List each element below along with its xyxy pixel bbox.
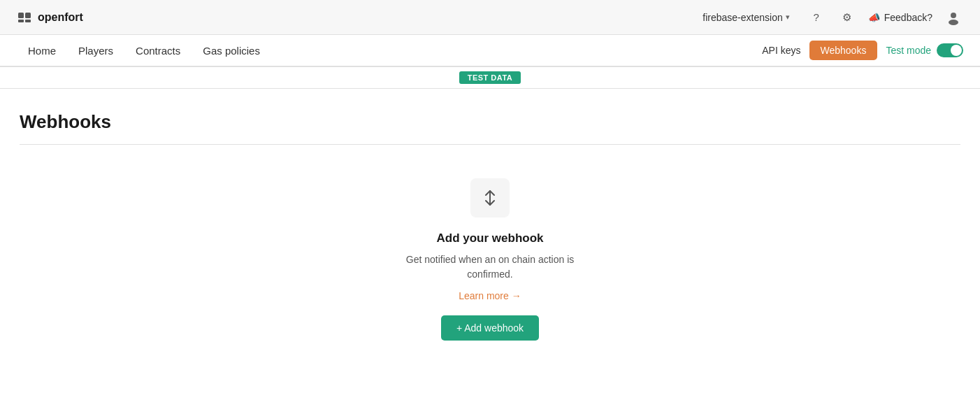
learn-more-link[interactable]: Learn more →	[459, 290, 521, 301]
api-keys-link[interactable]: API keys	[762, 45, 800, 56]
empty-state-heading: Add your webhook	[437, 231, 544, 245]
topbar: openfort firebase-extension ▾ ? ⚙ 📣 Feed…	[0, 0, 980, 35]
test-mode-container: Test mode	[886, 43, 963, 57]
help-icon: ?	[814, 11, 819, 23]
arrow-right-icon: →	[512, 290, 521, 301]
logo-icon	[17, 10, 32, 25]
navbar-left: Home Players Contracts Gas policies	[17, 35, 271, 66]
gear-icon: ⚙	[842, 11, 851, 24]
nav-item-home[interactable]: Home	[17, 36, 67, 66]
topbar-left: openfort	[17, 10, 83, 25]
nav-item-contracts[interactable]: Contracts	[124, 36, 192, 66]
svg-point-5	[949, 20, 958, 25]
test-mode-toggle[interactable]	[937, 43, 963, 57]
help-button[interactable]: ?	[807, 8, 826, 27]
megaphone-icon: 📣	[868, 12, 880, 23]
svg-point-4	[951, 13, 956, 18]
empty-state: Add your webhook Get notified when an on…	[20, 178, 960, 341]
main-content: Webhooks Add your webhook Get notified w…	[0, 89, 980, 360]
page-divider	[20, 144, 960, 145]
env-selector[interactable]: firebase-extension ▾	[697, 9, 795, 26]
settings-button[interactable]: ⚙	[837, 8, 857, 27]
arrows-up-down-icon	[470, 178, 510, 217]
nav-item-players[interactable]: Players	[67, 36, 124, 66]
svg-rect-0	[18, 13, 24, 18]
feedback-button[interactable]: 📣 Feedback?	[868, 12, 932, 23]
test-data-banner: TEST DATA	[0, 67, 980, 89]
env-selector-label: firebase-extension	[702, 12, 782, 23]
navbar-right: API keys Webhooks Test mode	[762, 41, 963, 60]
test-mode-label: Test mode	[886, 45, 931, 56]
svg-rect-3	[25, 20, 31, 22]
test-data-badge: TEST DATA	[459, 71, 521, 84]
topbar-right: firebase-extension ▾ ? ⚙ 📣 Feedback?	[697, 8, 963, 27]
nav-item-gas-policies[interactable]: Gas policies	[192, 36, 271, 66]
webhooks-button[interactable]: Webhooks	[809, 41, 878, 60]
add-webhook-button[interactable]: + Add webhook	[441, 315, 539, 341]
empty-state-description: Get notified when an on chain action is …	[399, 252, 581, 282]
user-avatar[interactable]	[944, 8, 963, 27]
svg-rect-1	[25, 13, 31, 18]
svg-rect-2	[18, 20, 24, 22]
page-title: Webhooks	[20, 111, 960, 133]
feedback-label: Feedback?	[884, 12, 932, 23]
navbar: Home Players Contracts Gas policies API …	[0, 35, 980, 67]
logo-text: openfort	[38, 11, 83, 24]
chevron-down-icon: ▾	[786, 13, 790, 22]
